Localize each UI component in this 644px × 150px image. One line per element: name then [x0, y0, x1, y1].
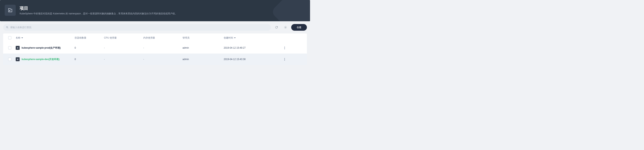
toolbar: 创建 — [3, 24, 307, 31]
cell-pod-count: 0 — [74, 58, 104, 61]
search-input[interactable] — [10, 24, 268, 31]
project-name-link[interactable]: kubesphere-sample-prod(生产环境) — [22, 46, 61, 50]
settings-button[interactable] — [282, 24, 289, 31]
column-memory-usage: 内存使用量 — [143, 36, 182, 40]
svg-line-2 — [8, 28, 8, 28]
svg-rect-0 — [10, 10, 10, 11]
row-actions-menu[interactable] — [284, 58, 285, 61]
table-row[interactable]: kubesphere-sample-dev(开发环境) 0 - - admin … — [3, 53, 307, 65]
cell-memory-usage: - — [143, 46, 182, 49]
search-input-wrap[interactable] — [3, 24, 271, 31]
project-row-icon — [16, 57, 20, 61]
row-checkbox[interactable] — [8, 46, 12, 49]
create-button[interactable]: 创建 — [291, 24, 307, 31]
row-checkbox[interactable] — [8, 58, 12, 61]
project-name-link[interactable]: kubesphere-sample-dev(开发环境) — [22, 58, 60, 61]
sort-icon — [234, 37, 236, 39]
svg-rect-6 — [17, 59, 18, 60]
column-name[interactable]: 名称 — [16, 36, 74, 40]
cell-created-at: 2019-04-12 15:43:38 — [224, 58, 279, 61]
project-icon — [5, 5, 16, 16]
svg-rect-4 — [17, 47, 18, 49]
column-pod-count: 容器组数量 — [74, 36, 104, 40]
refresh-icon — [275, 26, 278, 29]
table-row[interactable]: kubesphere-sample-prod(生产环境) 0 - - admin… — [3, 42, 307, 53]
page-description: KubeSphere 中的项目对应的是 Kubernetes 的 namespa… — [20, 12, 177, 15]
table-header: 名称 容器组数量 CPU 使用量 内存使用量 管理员 创建时间 — [3, 33, 307, 42]
page-title: 项目 — [20, 5, 177, 11]
svg-point-3 — [285, 27, 286, 28]
cell-created-at: 2019-04-12 15:49:27 — [224, 46, 279, 49]
refresh-button[interactable] — [273, 24, 280, 31]
row-actions-menu[interactable] — [284, 47, 285, 49]
cell-admin: admin — [182, 46, 224, 49]
select-all-checkbox[interactable] — [8, 36, 12, 39]
project-row-icon — [16, 46, 20, 50]
cell-admin: admin — [182, 58, 224, 61]
page-header: 项目 KubeSphere 中的项目对应的是 Kubernetes 的 name… — [0, 0, 310, 21]
column-admin: 管理员 — [182, 36, 224, 40]
cell-cpu-usage: - — [104, 58, 143, 61]
projects-table: 名称 容器组数量 CPU 使用量 内存使用量 管理员 创建时间 kubesphe… — [3, 33, 307, 65]
sort-icon — [21, 37, 23, 39]
svg-point-1 — [6, 26, 8, 28]
column-cpu-usage: CPU 使用量 — [104, 36, 143, 40]
cell-cpu-usage: - — [104, 46, 143, 49]
cell-memory-usage: - — [143, 58, 182, 61]
svg-rect-7 — [18, 59, 18, 60]
column-created-at[interactable]: 创建时间 — [224, 36, 279, 40]
search-icon — [6, 26, 9, 29]
cell-pod-count: 0 — [74, 46, 104, 49]
gear-icon — [284, 26, 287, 29]
svg-rect-5 — [18, 48, 18, 48]
